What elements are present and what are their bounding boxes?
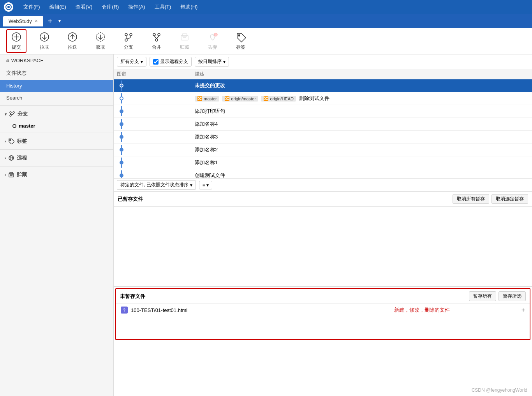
branch-tag-origin-master: 🔀 origin/master xyxy=(222,96,258,102)
menu-action[interactable]: 操作(A) xyxy=(127,3,146,11)
sidebar-group-branch[interactable]: ▾ 分支 xyxy=(0,107,113,121)
sidebar-item-master[interactable]: master xyxy=(0,121,113,131)
unstash-section-header: 未暂存文件 暂存所有 暂存所选 xyxy=(116,289,530,304)
branch-select[interactable]: 所有分支 ▾ xyxy=(117,57,146,67)
menu-bar: 文件(F) 编辑(E) 查看(V) 仓库(R) 操作(A) 工具(T) 帮助(H… xyxy=(0,0,532,14)
file-name: 100-TEST/01-test01.html xyxy=(131,307,323,313)
table-row[interactable]: 添加打印语句 xyxy=(114,105,532,118)
svg-point-14 xyxy=(155,39,158,41)
branch-icon xyxy=(9,111,15,117)
show-remote-checkbox[interactable]: 显示远程分支 xyxy=(150,57,192,67)
hamburger-icon: ≡ xyxy=(203,182,205,188)
stash-all-button[interactable]: 暂存所有 xyxy=(469,291,496,301)
table-row[interactable]: 未提交的更改 xyxy=(114,79,532,92)
sidebar-item-file-status[interactable]: 文件状态 xyxy=(0,67,113,80)
svg-point-1 xyxy=(7,6,10,8)
graph-line-bottom xyxy=(121,100,122,103)
graph-area xyxy=(117,158,195,168)
merge-label: 合并 xyxy=(152,44,161,51)
commit-desc: 添加打印语句 xyxy=(195,108,225,114)
svg-line-16 xyxy=(157,36,159,39)
main-layout: 🖥 WORKSPACE 文件状态 History Search ▾ 分支 mas… xyxy=(0,54,532,396)
tab-close-button[interactable]: × xyxy=(35,18,38,24)
stash-button[interactable]: 贮藏 xyxy=(174,29,195,53)
desc-area: 添加名称1 xyxy=(195,159,529,166)
show-remote-label: 显示远程分支 xyxy=(160,58,188,65)
merge-button[interactable]: 合并 xyxy=(146,29,167,53)
cancel-all-stash-button[interactable]: 取消所有暂存 xyxy=(453,194,489,204)
table-row[interactable]: 添加名称4 xyxy=(114,118,532,131)
table-row[interactable]: 添加名称2 xyxy=(114,144,532,156)
cancel-selected-stash-button[interactable]: 取消选定暂存 xyxy=(491,194,528,204)
menu-file[interactable]: 文件(F) xyxy=(22,3,42,11)
desc-area: 创建测试文件 xyxy=(195,172,529,178)
graph-visual xyxy=(117,158,126,168)
new-tab-button[interactable]: + xyxy=(45,17,56,26)
menu-help[interactable]: 帮助(H) xyxy=(179,3,199,11)
file-item[interactable]: ? 100-TEST/01-test01.html 新建，修改，删除的文件 + xyxy=(116,304,530,316)
graph-visual xyxy=(117,81,126,91)
svg-point-21 xyxy=(238,35,240,36)
graph-area xyxy=(117,106,195,116)
branch-button[interactable]: 分支 xyxy=(118,29,139,53)
unstash-empty-area xyxy=(116,316,530,339)
toolbar: 提交 拉取 推送 获取 分支 xyxy=(0,28,532,54)
svg-point-22 xyxy=(10,112,11,113)
branch-label: 分支 xyxy=(124,44,133,51)
app-logo xyxy=(4,2,13,12)
graph-area xyxy=(117,145,195,155)
menu-edit[interactable]: 编辑(E) xyxy=(48,3,68,11)
discard-button[interactable]: 丢弃 xyxy=(203,29,223,53)
tab-webstudy[interactable]: WebStudy × xyxy=(3,16,43,26)
file-sort-label: 待定的文件, 已依照文件状态排序 xyxy=(120,182,188,188)
branch-chevron-icon: ▾ xyxy=(5,112,7,116)
workspace-label: WORKSPACE xyxy=(11,58,44,63)
sidebar-item-history[interactable]: History xyxy=(0,80,113,92)
sidebar-group-remote[interactable]: › 远程 xyxy=(0,151,113,165)
commit-button[interactable]: 提交 xyxy=(6,29,26,53)
sidebar-group-tag[interactable]: › 标签 xyxy=(0,135,113,148)
unstash-title: 未暂存文件 xyxy=(120,293,145,300)
sort-select[interactable]: 按日期排序 ▾ xyxy=(195,57,229,67)
stash-group-label: 贮藏 xyxy=(17,171,27,178)
graph-area xyxy=(117,119,195,129)
menu-repo[interactable]: 仓库(R) xyxy=(100,3,120,11)
sidebar-item-search[interactable]: Search xyxy=(0,92,113,104)
graph-area xyxy=(117,81,195,91)
remote-icon xyxy=(8,155,14,161)
push-button[interactable]: 推送 xyxy=(62,29,83,53)
unstash-buttons: 暂存所有 暂存所选 xyxy=(469,291,526,301)
pull-button[interactable]: 拉取 xyxy=(34,29,55,53)
content-area: 所有分支 ▾ 显示远程分支 按日期排序 ▾ 图谱 描述 xyxy=(114,54,532,396)
tag-button[interactable]: 标签 xyxy=(231,29,251,53)
menu-icon-chevron: ▾ xyxy=(206,182,209,188)
svg-point-12 xyxy=(153,33,155,36)
branch-head-icon: 🔀 xyxy=(263,96,269,101)
tab-dropdown-button[interactable]: ▾ xyxy=(57,18,62,24)
graph-col-header: 图谱 xyxy=(117,71,195,77)
table-row[interactable]: 🔀 master 🔀 origin/master 🔀 origin/HEAD 删… xyxy=(114,92,532,105)
graph-node xyxy=(120,96,123,100)
show-remote-input[interactable] xyxy=(153,59,159,65)
stash-selected-button[interactable]: 暂存所选 xyxy=(499,291,526,301)
file-sort-select[interactable]: 待定的文件, 已依照文件状态排序 ▾ xyxy=(117,180,196,190)
fetch-button[interactable]: 获取 xyxy=(90,29,111,53)
tag-icon xyxy=(8,138,14,144)
sidebar-divider-1 xyxy=(0,105,113,106)
sidebar-group-stash[interactable]: › 贮藏 xyxy=(0,168,113,181)
stash-area xyxy=(114,207,532,287)
menu-tools[interactable]: 工具(T) xyxy=(153,3,173,11)
menu-view[interactable]: 查看(V) xyxy=(74,3,94,11)
table-row[interactable]: 创建测试文件 xyxy=(114,169,532,178)
menu-icon-button[interactable]: ≡ ▾ xyxy=(199,181,212,189)
discard-label: 丢弃 xyxy=(208,44,217,51)
table-row[interactable]: 添加名称3 xyxy=(114,131,532,144)
table-row[interactable]: 添加名称1 xyxy=(114,156,532,169)
graph-area xyxy=(117,132,195,142)
graph-line-bottom xyxy=(121,113,122,116)
tab-bar: WebStudy × + ▾ xyxy=(0,14,532,28)
branch-origin-icon: 🔀 xyxy=(224,96,230,101)
stash-sidebar-icon xyxy=(8,172,14,178)
file-add-button[interactable]: + xyxy=(521,307,525,314)
graph-visual xyxy=(117,132,126,142)
